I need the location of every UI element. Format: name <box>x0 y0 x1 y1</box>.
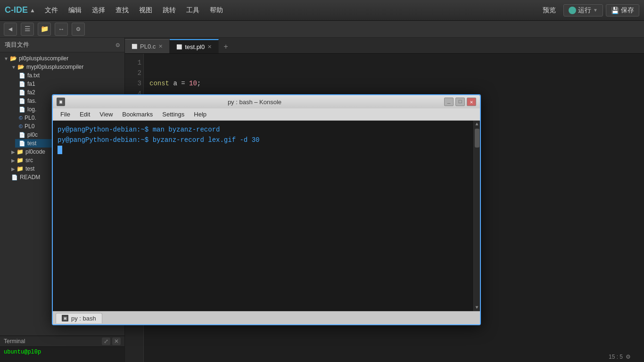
arrow-icon <box>11 65 16 70</box>
terminal-line-1: py@pangPython-debian:~$ man byzanz-recor… <box>58 124 469 135</box>
konsole-minimize-button[interactable]: _ <box>444 98 454 106</box>
save-button[interactable]: 💾 保存 <box>606 4 639 16</box>
menu-edit[interactable]: 编辑 <box>64 4 86 16</box>
tree-label: mypl0pluspluscompiler <box>26 64 83 70</box>
file-icon: 📄 <box>19 132 25 138</box>
tree-item-mypl0[interactable]: 📂 mypl0pluspluscompiler <box>8 63 124 71</box>
scroll-up-icon[interactable]: ▲ <box>474 121 479 128</box>
folder-icon: 📁 <box>17 148 24 155</box>
tabs-bar: ⬜ PL0.c ✕ ⬜ test.pl0 ✕ + <box>125 38 644 54</box>
folder-open-icon: 📂 <box>10 55 17 62</box>
layout-button[interactable]: ↔ <box>55 23 68 36</box>
terminal-close-button[interactable]: ✕ <box>112 337 121 345</box>
kmenu-view[interactable]: View <box>96 110 116 119</box>
tree-item-fa1[interactable]: 📄 fa1 <box>15 80 124 88</box>
konsole-terminal-wrap: py@pangPython-debian:~$ man byzanz-recor… <box>53 121 480 311</box>
menu-tools[interactable]: 工具 <box>182 4 204 16</box>
line-num: 2 <box>127 68 141 78</box>
status-bar-right: 15 : 5 ⚙ <box>605 352 635 362</box>
tree-label: PL0 <box>25 123 34 130</box>
kmenu-settings[interactable]: Settings <box>158 110 188 119</box>
kmenu-help[interactable]: Help <box>190 110 210 119</box>
app-logo: C-IDE ▲ <box>5 5 35 15</box>
run-dropdown-icon[interactable]: ▼ <box>593 8 598 13</box>
back-button[interactable]: ◀ <box>4 23 17 36</box>
tab-file-icon: ⬜ <box>132 44 137 49</box>
file-icon: 📄 <box>19 90 25 96</box>
scroll-thumb[interactable] <box>475 129 479 148</box>
folder-button[interactable]: 📁 <box>38 23 51 36</box>
tab-testpl0[interactable]: ⬜ test.pl0 ✕ <box>170 39 219 53</box>
tree-label: fa2 <box>27 89 35 96</box>
menu-right: 预览 运行 ▼ 💾 保存 <box>538 4 639 16</box>
arrow-icon <box>11 149 15 155</box>
konsole-wm-buttons: _ □ ✕ <box>444 98 476 106</box>
terminal-title: Terminal <box>4 338 25 345</box>
konsole-window: ▣ py : bash – Konsole _ □ ✕ File Edit Vi… <box>52 94 481 325</box>
konsole-close-button[interactable]: ✕ <box>467 98 476 106</box>
tree-label: pl0c <box>27 132 38 138</box>
tab-pl0c[interactable]: ⬜ PL0.c ✕ <box>125 39 170 53</box>
menu-find[interactable]: 查找 <box>111 4 133 16</box>
terminal-cursor-line <box>58 145 469 156</box>
terminal-expand-button[interactable]: ⤢ <box>102 337 110 345</box>
secondary-toolbar: ◀ ☰ 📁 ↔ ⚙ <box>0 21 644 38</box>
terminal-strip: Terminal ⤢ ✕ ubuntu@pl0p <box>0 336 124 362</box>
tab-label: PL0.c <box>140 43 156 50</box>
menu-help[interactable]: 帮助 <box>205 4 228 16</box>
arrow-icon <box>11 158 15 163</box>
tree-label: fas. <box>27 98 36 104</box>
kmenu-edit[interactable]: Edit <box>76 110 94 119</box>
file-c-icon: © <box>19 123 23 129</box>
cursor-position: 15 : 5 <box>609 354 623 360</box>
menu-file[interactable]: 文件 <box>40 4 63 16</box>
konsole-tab-bash[interactable]: ▣ py : bash <box>56 313 102 323</box>
tree-item-fatxt[interactable]: 📄 fa.txt <box>15 71 124 80</box>
terminal-controls: ⤢ ✕ <box>102 337 121 345</box>
kmenu-bookmarks[interactable]: Bookmarks <box>118 110 157 119</box>
konsole-tabbar: ▣ py : bash <box>53 311 480 324</box>
save-label: 保存 <box>621 6 634 15</box>
settings-button[interactable]: ⚙ <box>72 23 85 36</box>
editor-gear-icon[interactable]: ⚙ <box>626 354 631 360</box>
run-label: 运行 <box>578 6 591 15</box>
terminal-cmd-2: py@pangPython-debian:~$ byzanz-record le… <box>58 136 259 144</box>
terminal-text: ubuntu@pl0p <box>4 349 41 355</box>
konsole-terminal[interactable]: py@pangPython-debian:~$ man byzanz-recor… <box>53 121 473 311</box>
run-icon <box>569 7 576 14</box>
menu-goto[interactable]: 跳转 <box>158 4 181 16</box>
tab-close-icon[interactable]: ✕ <box>158 43 163 49</box>
kmenu-file[interactable]: File <box>57 110 74 119</box>
arrow-icon <box>4 56 8 61</box>
tab-close-icon[interactable]: ✕ <box>207 44 212 50</box>
konsole-tab-label: py : bash <box>71 315 96 322</box>
terminal-cursor <box>58 146 62 154</box>
line-num: 1 <box>127 58 141 68</box>
file-icon: 📄 <box>11 174 18 181</box>
file-c-icon: © <box>19 115 23 121</box>
konsole-title: py : bash – Konsole <box>69 99 440 106</box>
konsole-scrollbar[interactable]: ▲ ▼ <box>473 121 480 311</box>
terminal-header: Terminal ⤢ ✕ <box>0 336 124 347</box>
scroll-down-icon[interactable]: ▼ <box>474 304 479 311</box>
sidebar-gear-icon[interactable]: ⚙ <box>116 41 120 49</box>
menu-view[interactable]: 视图 <box>134 4 157 16</box>
list-button[interactable]: ☰ <box>21 23 34 36</box>
tree-label: test <box>25 165 34 172</box>
run-button[interactable]: 运行 ▼ <box>563 4 603 16</box>
file-icon: 📄 <box>19 73 25 79</box>
tree-label: PL0. <box>25 115 36 121</box>
preview-button[interactable]: 预览 <box>538 4 561 16</box>
tree-label: fa.txt <box>27 72 40 79</box>
konsole-app-icon: ▣ <box>57 98 65 106</box>
tab-file-icon: ⬜ <box>176 44 182 49</box>
tree-item-pl0plusplus[interactable]: 📂 pl0pluspluscompiler <box>0 54 124 63</box>
logo-text: C-IDE <box>5 5 28 15</box>
folder-icon: 📁 <box>17 157 24 164</box>
tree-label: test <box>27 140 36 147</box>
save-icon: 💾 <box>611 7 619 14</box>
arrow-icon <box>11 166 15 172</box>
konsole-maximize-button[interactable]: □ <box>455 98 465 106</box>
tab-add-button[interactable]: + <box>219 41 233 53</box>
menu-select[interactable]: 选择 <box>87 4 110 16</box>
